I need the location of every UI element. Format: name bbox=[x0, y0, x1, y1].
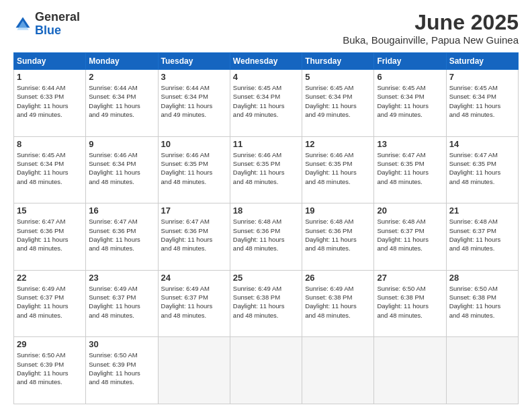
day-number: 22 bbox=[17, 273, 83, 283]
logo-blue: Blue bbox=[35, 24, 61, 37]
calendar-cell: 10Sunrise: 6:46 AM Sunset: 6:35 PM Dayli… bbox=[158, 136, 230, 203]
calendar-cell: 15Sunrise: 6:47 AM Sunset: 6:36 PM Dayli… bbox=[14, 203, 86, 271]
header: General Blue June 2025 Buka, Bougainvill… bbox=[13, 11, 519, 46]
calendar-cell: 27Sunrise: 6:50 AM Sunset: 6:38 PM Dayli… bbox=[374, 270, 446, 337]
calendar-cell bbox=[446, 337, 518, 404]
col-saturday: Saturday bbox=[446, 53, 518, 70]
day-detail: Sunrise: 6:49 AM Sunset: 6:38 PM Dayligh… bbox=[305, 284, 371, 320]
calendar-cell: 4Sunrise: 6:45 AM Sunset: 6:34 PM Daylig… bbox=[230, 70, 302, 137]
day-detail: Sunrise: 6:50 AM Sunset: 6:38 PM Dayligh… bbox=[449, 284, 515, 320]
day-number: 27 bbox=[377, 273, 443, 283]
day-detail: Sunrise: 6:47 AM Sunset: 6:36 PM Dayligh… bbox=[89, 217, 154, 253]
day-detail: Sunrise: 6:46 AM Sunset: 6:34 PM Dayligh… bbox=[89, 150, 154, 186]
day-detail: Sunrise: 6:45 AM Sunset: 6:34 PM Dayligh… bbox=[305, 83, 371, 119]
day-detail: Sunrise: 6:46 AM Sunset: 6:35 PM Dayligh… bbox=[233, 150, 299, 186]
day-number: 5 bbox=[305, 72, 371, 82]
day-number: 16 bbox=[89, 205, 154, 216]
calendar-cell bbox=[302, 337, 374, 404]
day-number: 8 bbox=[17, 139, 83, 149]
calendar-cell: 22Sunrise: 6:49 AM Sunset: 6:37 PM Dayli… bbox=[14, 270, 86, 337]
day-number: 19 bbox=[305, 205, 371, 216]
day-number: 28 bbox=[449, 273, 515, 283]
col-wednesday: Wednesday bbox=[230, 53, 302, 70]
calendar-cell: 6Sunrise: 6:45 AM Sunset: 6:34 PM Daylig… bbox=[374, 70, 446, 137]
day-detail: Sunrise: 6:44 AM Sunset: 6:34 PM Dayligh… bbox=[161, 83, 227, 119]
day-number: 25 bbox=[233, 273, 299, 283]
calendar-cell: 1Sunrise: 6:44 AM Sunset: 6:33 PM Daylig… bbox=[14, 70, 86, 137]
day-number: 26 bbox=[305, 273, 371, 283]
calendar-cell: 20Sunrise: 6:48 AM Sunset: 6:37 PM Dayli… bbox=[374, 203, 446, 271]
day-number: 10 bbox=[161, 139, 227, 149]
day-number: 17 bbox=[161, 205, 227, 216]
calendar-cell: 21Sunrise: 6:48 AM Sunset: 6:37 PM Dayli… bbox=[446, 203, 518, 271]
calendar-page: General Blue June 2025 Buka, Bougainvill… bbox=[0, 0, 532, 411]
logo-general: General bbox=[35, 10, 80, 24]
calendar-cell: 5Sunrise: 6:45 AM Sunset: 6:34 PM Daylig… bbox=[302, 70, 374, 137]
calendar-cell: 8Sunrise: 6:45 AM Sunset: 6:34 PM Daylig… bbox=[14, 136, 86, 203]
day-number: 29 bbox=[17, 339, 83, 349]
day-detail: Sunrise: 6:50 AM Sunset: 6:39 PM Dayligh… bbox=[17, 351, 83, 386]
calendar-cell: 29Sunrise: 6:50 AM Sunset: 6:39 PM Dayli… bbox=[14, 337, 86, 404]
month-title: June 2025 bbox=[343, 11, 519, 34]
day-detail: Sunrise: 6:47 AM Sunset: 6:36 PM Dayligh… bbox=[17, 217, 83, 253]
calendar-cell: 11Sunrise: 6:46 AM Sunset: 6:35 PM Dayli… bbox=[230, 136, 302, 203]
calendar-cell: 3Sunrise: 6:44 AM Sunset: 6:34 PM Daylig… bbox=[158, 70, 230, 137]
calendar-cell bbox=[374, 337, 446, 404]
day-number: 2 bbox=[89, 72, 154, 82]
col-sunday: Sunday bbox=[14, 53, 86, 70]
calendar-cell: 9Sunrise: 6:46 AM Sunset: 6:34 PM Daylig… bbox=[86, 136, 158, 203]
day-detail: Sunrise: 6:48 AM Sunset: 6:36 PM Dayligh… bbox=[305, 217, 371, 253]
day-detail: Sunrise: 6:48 AM Sunset: 6:37 PM Dayligh… bbox=[449, 217, 515, 253]
calendar-row: 8Sunrise: 6:45 AM Sunset: 6:34 PM Daylig… bbox=[14, 136, 519, 203]
day-number: 14 bbox=[449, 139, 515, 149]
col-monday: Monday bbox=[86, 53, 158, 70]
day-number: 4 bbox=[233, 72, 299, 82]
calendar-cell: 25Sunrise: 6:49 AM Sunset: 6:38 PM Dayli… bbox=[230, 270, 302, 337]
day-detail: Sunrise: 6:46 AM Sunset: 6:35 PM Dayligh… bbox=[161, 150, 227, 186]
col-tuesday: Tuesday bbox=[158, 53, 230, 70]
logo: General Blue bbox=[13, 11, 80, 38]
day-detail: Sunrise: 6:46 AM Sunset: 6:35 PM Dayligh… bbox=[305, 150, 371, 186]
day-detail: Sunrise: 6:49 AM Sunset: 6:38 PM Dayligh… bbox=[233, 284, 299, 320]
calendar-cell: 13Sunrise: 6:47 AM Sunset: 6:35 PM Dayli… bbox=[374, 136, 446, 203]
day-detail: Sunrise: 6:50 AM Sunset: 6:39 PM Dayligh… bbox=[89, 351, 154, 386]
calendar-row: 29Sunrise: 6:50 AM Sunset: 6:39 PM Dayli… bbox=[14, 337, 519, 404]
logo-text: General Blue bbox=[35, 11, 80, 38]
calendar-cell: 12Sunrise: 6:46 AM Sunset: 6:35 PM Dayli… bbox=[302, 136, 374, 203]
day-detail: Sunrise: 6:47 AM Sunset: 6:35 PM Dayligh… bbox=[449, 150, 515, 186]
calendar-cell: 14Sunrise: 6:47 AM Sunset: 6:35 PM Dayli… bbox=[446, 136, 518, 203]
title-block: June 2025 Buka, Bougainville, Papua New … bbox=[343, 11, 519, 46]
day-detail: Sunrise: 6:45 AM Sunset: 6:34 PM Dayligh… bbox=[17, 150, 83, 186]
day-number: 20 bbox=[377, 205, 443, 216]
calendar-cell: 24Sunrise: 6:49 AM Sunset: 6:37 PM Dayli… bbox=[158, 270, 230, 337]
day-number: 15 bbox=[17, 205, 83, 216]
calendar-cell: 7Sunrise: 6:45 AM Sunset: 6:34 PM Daylig… bbox=[446, 70, 518, 137]
day-number: 6 bbox=[377, 72, 443, 82]
day-detail: Sunrise: 6:48 AM Sunset: 6:37 PM Dayligh… bbox=[377, 217, 443, 253]
day-number: 11 bbox=[233, 139, 299, 149]
day-number: 13 bbox=[377, 139, 443, 149]
calendar-cell: 30Sunrise: 6:50 AM Sunset: 6:39 PM Dayli… bbox=[86, 337, 158, 404]
day-detail: Sunrise: 6:47 AM Sunset: 6:35 PM Dayligh… bbox=[377, 150, 443, 186]
day-number: 21 bbox=[449, 205, 515, 216]
calendar-cell: 2Sunrise: 6:44 AM Sunset: 6:34 PM Daylig… bbox=[86, 70, 158, 137]
day-number: 23 bbox=[89, 273, 154, 283]
day-number: 1 bbox=[17, 72, 83, 82]
calendar-row: 22Sunrise: 6:49 AM Sunset: 6:37 PM Dayli… bbox=[14, 270, 519, 337]
day-detail: Sunrise: 6:44 AM Sunset: 6:33 PM Dayligh… bbox=[17, 83, 83, 119]
logo-icon bbox=[13, 15, 32, 34]
day-detail: Sunrise: 6:49 AM Sunset: 6:37 PM Dayligh… bbox=[17, 284, 83, 320]
day-detail: Sunrise: 6:48 AM Sunset: 6:36 PM Dayligh… bbox=[233, 217, 299, 253]
day-number: 30 bbox=[89, 339, 154, 349]
col-friday: Friday bbox=[374, 53, 446, 70]
day-number: 3 bbox=[161, 72, 227, 82]
location: Buka, Bougainville, Papua New Guinea bbox=[343, 34, 519, 46]
calendar-cell: 28Sunrise: 6:50 AM Sunset: 6:38 PM Dayli… bbox=[446, 270, 518, 337]
calendar-cell bbox=[230, 337, 302, 404]
calendar-cell: 23Sunrise: 6:49 AM Sunset: 6:37 PM Dayli… bbox=[86, 270, 158, 337]
day-detail: Sunrise: 6:45 AM Sunset: 6:34 PM Dayligh… bbox=[377, 83, 443, 119]
calendar-cell: 19Sunrise: 6:48 AM Sunset: 6:36 PM Dayli… bbox=[302, 203, 374, 271]
day-number: 12 bbox=[305, 139, 371, 149]
calendar-cell: 18Sunrise: 6:48 AM Sunset: 6:36 PM Dayli… bbox=[230, 203, 302, 271]
day-detail: Sunrise: 6:44 AM Sunset: 6:34 PM Dayligh… bbox=[89, 83, 154, 119]
